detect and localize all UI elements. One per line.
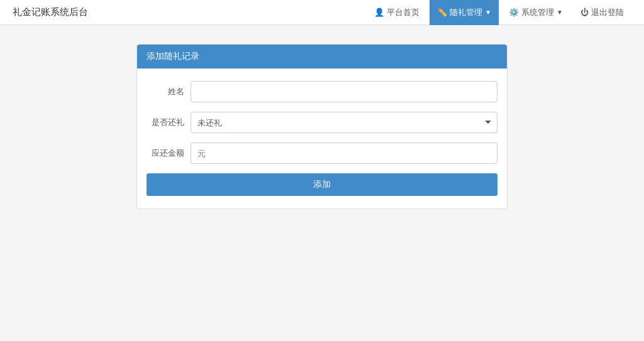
system-caret-icon: ▼: [557, 9, 563, 16]
nav-system-label: 系统管理: [521, 7, 554, 18]
home-icon: 👤: [374, 8, 384, 17]
nav-logout[interactable]: ⏻ 退出登陆: [573, 0, 631, 25]
add-gift-card: 添加随礼记录 姓名 是否还礼 未还礼 已还礼 应还金额 添加: [136, 44, 508, 209]
return-field-group: 是否还礼 未还礼 已还礼: [147, 112, 497, 133]
return-label: 是否还礼: [147, 117, 184, 128]
name-input[interactable]: [191, 81, 497, 102]
system-icon: ⚙️: [509, 8, 519, 17]
card-body: 姓名 是否还礼 未还礼 已还礼 应还金额 添加: [137, 68, 507, 208]
nav-home-label: 平台首页: [387, 7, 419, 18]
gift-caret-icon: ▼: [485, 9, 491, 16]
navbar: 礼金记账系统后台 👤 平台首页 ✏️ 随礼管理 ▼ ⚙️ 系统管理 ▼ ⏻ 退出…: [0, 0, 644, 25]
amount-input[interactable]: [191, 143, 497, 164]
return-select[interactable]: 未还礼 已还礼: [191, 112, 497, 133]
nav-logout-label: 退出登陆: [591, 7, 624, 18]
card-header: 添加随礼记录: [137, 45, 507, 68]
nav-home[interactable]: 👤 平台首页: [367, 0, 427, 25]
nav-gift-label: 随礼管理: [450, 7, 482, 18]
brand-title: 礼金记账系统后台: [13, 6, 88, 18]
amount-label: 应还金额: [147, 148, 184, 159]
nav-system[interactable]: ⚙️ 系统管理 ▼: [501, 0, 570, 25]
logout-icon: ⏻: [580, 8, 589, 17]
nav-items: 👤 平台首页 ✏️ 随礼管理 ▼ ⚙️ 系统管理 ▼ ⏻ 退出登陆: [367, 0, 631, 25]
nav-gift[interactable]: ✏️ 随礼管理 ▼: [430, 0, 499, 25]
main-content: 添加随礼记录 姓名 是否还礼 未还礼 已还礼 应还金额 添加: [0, 25, 644, 228]
submit-button[interactable]: 添加: [147, 173, 497, 196]
name-field-group: 姓名: [147, 81, 497, 102]
name-label: 姓名: [147, 86, 184, 97]
gift-icon: ✏️: [437, 8, 447, 17]
card-title: 添加随礼记录: [147, 51, 199, 61]
amount-field-group: 应还金额: [147, 143, 497, 164]
